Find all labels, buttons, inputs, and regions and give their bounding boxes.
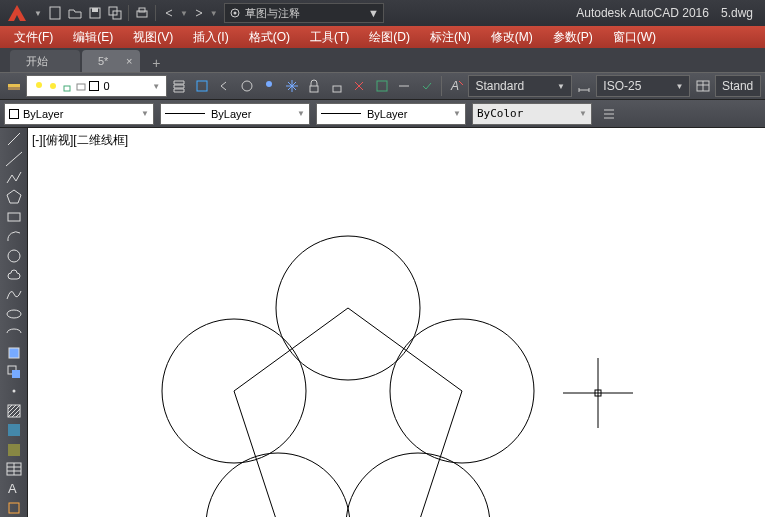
linetype-selector[interactable]: ByLayer ▼: [316, 103, 466, 125]
region-icon[interactable]: [2, 441, 26, 459]
table-icon[interactable]: [2, 460, 26, 478]
polygon-icon[interactable]: [2, 188, 26, 206]
drawing-canvas[interactable]: [-][俯视][二维线框]: [28, 128, 765, 517]
insert-block-icon[interactable]: [2, 343, 26, 361]
point-icon[interactable]: [2, 382, 26, 400]
svg-line-23: [8, 133, 20, 145]
svg-point-17: [266, 81, 272, 87]
undo-icon[interactable]: [160, 4, 178, 22]
menu-insert[interactable]: 插入(I): [183, 26, 238, 48]
pentagon: [234, 308, 462, 517]
chevron-down-icon: ▼: [152, 82, 160, 91]
line-sample-icon: [165, 113, 205, 114]
plotstyle-selector[interactable]: ByColor ▼: [472, 103, 592, 125]
tab-close-icon[interactable]: ×: [126, 55, 132, 67]
circle-icon[interactable]: [2, 246, 26, 264]
tab-document[interactable]: 5*×: [82, 50, 140, 72]
layer-lock-icon[interactable]: [304, 75, 324, 97]
spline-icon[interactable]: [2, 285, 26, 303]
tab-add-button[interactable]: +: [146, 54, 166, 72]
make-block-icon[interactable]: [2, 363, 26, 381]
list-icon[interactable]: [598, 103, 620, 125]
addselected-icon[interactable]: [2, 499, 26, 517]
svg-rect-18: [310, 86, 318, 92]
chevron-down-icon: ▼: [675, 82, 683, 91]
dimstyle-icon[interactable]: [574, 75, 594, 97]
gear-icon: [229, 7, 241, 19]
svg-rect-15: [197, 81, 207, 91]
menu-format[interactable]: 格式(O): [239, 26, 300, 48]
svg-rect-13: [64, 86, 70, 91]
chevron-down-icon: ▼: [579, 109, 587, 118]
redo-dd-icon[interactable]: ▼: [210, 9, 218, 18]
lock-icon: [61, 80, 73, 92]
layer-freeze-icon[interactable]: [282, 75, 302, 97]
dimstyle-selector[interactable]: ISO-25▼: [596, 75, 690, 97]
menu-draw[interactable]: 绘图(D): [359, 26, 420, 48]
mtext-icon[interactable]: A: [2, 479, 26, 497]
open-icon[interactable]: [66, 4, 84, 22]
svg-marker-25: [7, 190, 21, 203]
svg-rect-31: [12, 370, 20, 378]
menu-parametric[interactable]: 参数(P): [543, 26, 603, 48]
tab-start[interactable]: 开始: [10, 50, 80, 72]
svg-rect-0: [50, 7, 60, 19]
xline-icon[interactable]: [2, 149, 26, 167]
chevron-down-icon: ▼: [557, 82, 565, 91]
svg-point-8: [233, 12, 236, 15]
svg-point-12: [50, 83, 56, 89]
menu-edit[interactable]: 编辑(E): [63, 26, 123, 48]
saveas-icon[interactable]: [106, 4, 124, 22]
layer-iso-icon[interactable]: [192, 75, 212, 97]
undo-dd-icon[interactable]: ▼: [180, 9, 188, 18]
color-selector[interactable]: ByLayer ▼: [4, 103, 154, 125]
layer-prev-icon[interactable]: [214, 75, 234, 97]
layer-current-icon[interactable]: [416, 75, 436, 97]
gradient-icon[interactable]: [2, 421, 26, 439]
textstyle-icon[interactable]: A: [446, 75, 466, 97]
svg-point-16: [242, 81, 252, 91]
layer-states-icon[interactable]: [169, 75, 189, 97]
file-name: 5.dwg: [721, 6, 753, 20]
line-icon[interactable]: [2, 130, 26, 148]
menu-file[interactable]: 文件(F): [4, 26, 63, 48]
ellipse-icon[interactable]: [2, 305, 26, 323]
svg-rect-26: [8, 213, 20, 221]
menu-dimension[interactable]: 标注(N): [420, 26, 481, 48]
chevron-down-icon: ▼: [297, 109, 305, 118]
hatch-icon[interactable]: [2, 402, 26, 420]
layer-delete-icon[interactable]: [349, 75, 369, 97]
plot-icon[interactable]: [133, 4, 151, 22]
layer-unlock-icon[interactable]: [327, 75, 347, 97]
revcloud-icon[interactable]: [2, 266, 26, 284]
layer-walk-icon[interactable]: [372, 75, 392, 97]
polyline-icon[interactable]: [2, 169, 26, 187]
menu-tools[interactable]: 工具(T): [300, 26, 359, 48]
menu-view[interactable]: 视图(V): [123, 26, 183, 48]
layer-selector[interactable]: 0 ▼: [26, 75, 167, 97]
new-icon[interactable]: [46, 4, 64, 22]
textstyle-selector[interactable]: Standard▼: [468, 75, 571, 97]
layer-match-icon[interactable]: [237, 75, 257, 97]
svg-rect-14: [77, 84, 85, 90]
layer-off-icon[interactable]: [259, 75, 279, 97]
tablestyle-icon[interactable]: [692, 75, 712, 97]
tablestyle-selector[interactable]: Stand: [715, 75, 761, 97]
menu-modify[interactable]: 修改(M): [481, 26, 543, 48]
lineweight-selector[interactable]: ByLayer ▼: [160, 103, 310, 125]
arc-icon[interactable]: [2, 227, 26, 245]
app-logo[interactable]: [4, 2, 30, 24]
color-swatch-icon: [9, 109, 19, 119]
rectangle-icon[interactable]: [2, 208, 26, 226]
workspace-selector[interactable]: 草图与注释 ▼: [224, 3, 384, 23]
redo-icon[interactable]: [190, 4, 208, 22]
ellipse-arc-icon[interactable]: [2, 324, 26, 342]
svg-rect-35: [8, 444, 20, 456]
menu-window[interactable]: 窗口(W): [603, 26, 666, 48]
svg-rect-29: [9, 348, 19, 358]
save-icon[interactable]: [86, 4, 104, 22]
svg-rect-38: [9, 503, 19, 513]
dropdown-icon[interactable]: ▼: [34, 9, 42, 18]
layer-props-icon[interactable]: [4, 75, 24, 97]
layer-merge-icon[interactable]: [394, 75, 414, 97]
